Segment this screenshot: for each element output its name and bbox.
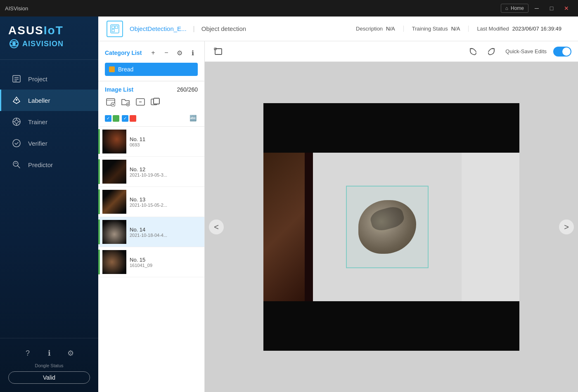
sidebar-item-predictor[interactable]: Predictor <box>0 154 98 175</box>
image-no: No. 14 <box>130 227 201 233</box>
verifier-icon <box>12 138 21 148</box>
remove-image-button[interactable] <box>135 96 146 108</box>
training-status-value: N/A <box>451 26 460 32</box>
category-list-actions: + − ⚙ ℹ <box>148 48 198 58</box>
last-modified-label: Last Modified <box>477 26 509 32</box>
image-thumbnail <box>102 160 126 184</box>
dongle-status-value: Valid <box>8 371 90 384</box>
undo-button[interactable] <box>466 44 481 59</box>
info-icon[interactable]: ℹ <box>43 347 56 360</box>
image-list-title: Image List <box>105 86 177 93</box>
image-info: No. 15 161041_09 <box>126 257 201 268</box>
sidebar-nav: Project Labeller <box>0 60 98 338</box>
image-scene <box>263 103 519 351</box>
help-icon[interactable]: ? <box>21 347 34 360</box>
list-item[interactable]: No. 12 2021-10-19-05-3... <box>98 157 204 187</box>
image-bottom-black <box>263 301 519 351</box>
main-image <box>263 103 519 351</box>
viewer-canvas: < <box>205 62 578 392</box>
minimize-button[interactable]: ─ <box>530 2 543 14</box>
logo-asus: ASUSIoT <box>8 24 64 37</box>
svg-rect-18 <box>112 26 114 28</box>
add-image-button[interactable] <box>105 96 116 108</box>
svg-rect-31 <box>154 98 159 104</box>
image-info: No. 13 2021-10-15-05-2... <box>126 196 201 208</box>
category-settings-button[interactable]: ⚙ <box>175 48 185 58</box>
category-info-button[interactable]: ℹ <box>188 48 198 58</box>
quick-save-label: Quick-Save Edits <box>505 48 547 54</box>
project-type-icon <box>107 21 123 37</box>
list-item[interactable]: No. 15 161041_09 <box>98 247 204 277</box>
next-image-button[interactable]: > <box>559 220 574 234</box>
project-icon <box>12 74 21 84</box>
add-folder-button[interactable] <box>120 96 131 108</box>
svg-line-16 <box>18 166 20 168</box>
header-meta: Description N/A Training Status N/A Last… <box>348 26 570 32</box>
image-list: No. 11 0693 No. 12 2021-10-19-05-3... <box>98 127 204 392</box>
image-info: No. 14 2021-10-18-04-4... <box>126 227 201 238</box>
image-list-toolbar <box>98 96 204 111</box>
category-name-bread: Bread <box>118 66 133 73</box>
main-viewer: Quick-Save Edits < <box>205 41 578 392</box>
image-thumbnail <box>102 190 126 214</box>
image-list-header: Image List 260/260 <box>98 81 204 96</box>
svg-rect-20 <box>112 29 114 32</box>
image-name: 2021-10-15-05-2... <box>130 203 201 208</box>
category-add-button[interactable]: + <box>148 48 158 58</box>
prev-image-button[interactable]: < <box>209 220 224 234</box>
filter-annotated[interactable]: ✓ <box>105 115 119 122</box>
draw-rect-tool[interactable] <box>211 44 226 59</box>
sort-button[interactable]: 🔤 <box>190 113 198 123</box>
category-item-bread[interactable]: Bread <box>105 63 198 76</box>
settings-icon[interactable]: ⚙ <box>64 347 77 360</box>
description-meta: Description N/A <box>348 26 403 32</box>
home-icon: ⌂ <box>505 5 508 11</box>
sidebar-item-label-predictor: Predictor <box>28 161 53 168</box>
filter-annotated-checkbox[interactable]: ✓ <box>105 115 111 122</box>
toggle-knob <box>562 47 571 56</box>
quick-save-toggle[interactable] <box>553 47 571 57</box>
aisvision-label: AISVISION <box>22 40 64 48</box>
svg-point-9 <box>15 120 18 123</box>
image-thumbnail <box>102 220 126 244</box>
training-status-meta: Training Status N/A <box>403 26 469 32</box>
redo-button[interactable] <box>484 44 499 59</box>
svg-point-1 <box>12 42 16 45</box>
home-button[interactable]: ⌂ Home <box>501 4 528 13</box>
image-center <box>313 153 462 301</box>
image-no: No. 11 <box>130 136 201 142</box>
sidebar-item-trainer[interactable]: Trainer <box>0 111 98 132</box>
sidebar-item-project[interactable]: Project <box>0 68 98 90</box>
filter-color-unannotated <box>130 115 136 122</box>
category-remove-button[interactable]: − <box>161 48 171 58</box>
list-item[interactable]: No. 11 0693 <box>98 127 204 157</box>
image-list-count: 260/260 <box>177 86 198 93</box>
undo-redo <box>466 44 499 59</box>
project-type: Object detection <box>201 25 246 32</box>
close-button[interactable]: ✕ <box>560 2 573 14</box>
filter-unannotated-checkbox[interactable]: ✓ <box>122 115 128 122</box>
content-body: Category List + − ⚙ ℹ Bread <box>98 41 578 392</box>
viewer-toolbar: Quick-Save Edits <box>205 41 578 62</box>
copy-image-button[interactable] <box>149 96 161 108</box>
image-no: No. 13 <box>130 196 201 203</box>
maximize-button[interactable]: □ <box>545 2 558 14</box>
image-name: 2021-10-19-05-3... <box>130 172 201 177</box>
sidebar-item-label-verifier: Verifier <box>28 140 47 147</box>
list-item[interactable]: No. 13 2021-10-15-05-2... <box>98 187 204 217</box>
image-mid <box>263 153 519 301</box>
predictor-icon <box>12 160 21 170</box>
description-value: N/A <box>386 26 395 32</box>
annotation-box <box>346 186 429 268</box>
logo-text: ASUSIoT <box>8 25 90 36</box>
sidebar-item-labeller[interactable]: Labeller <box>0 90 98 111</box>
list-item[interactable]: No. 14 2021-10-18-04-4... <box>98 217 204 247</box>
sidebar-item-verifier[interactable]: Verifier <box>0 132 98 154</box>
trainer-icon <box>12 117 21 127</box>
home-label: Home <box>511 5 524 11</box>
training-status-label: Training Status <box>412 26 448 32</box>
item-indicator <box>98 220 100 244</box>
titlebar-controls: ⌂ Home ─ □ ✕ <box>501 2 573 14</box>
filter-unannotated[interactable]: ✓ <box>122 115 136 122</box>
filter-color-annotated <box>113 115 119 122</box>
